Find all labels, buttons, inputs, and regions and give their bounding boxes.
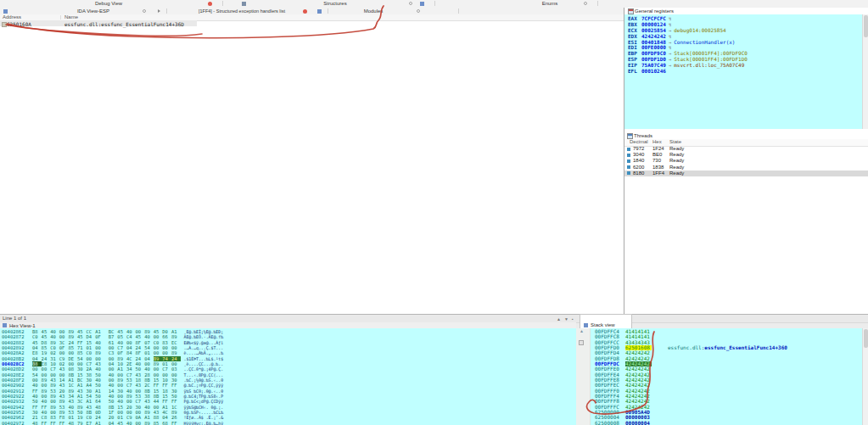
register-row[interactable]: EDX42424242↯ <box>624 33 868 39</box>
thread-decimal: 3040 <box>633 152 644 158</box>
stack-symbol-name: essfunc_EssentialFunc14+360 <box>704 345 787 350</box>
register-row[interactable]: ESI00401848→ConnectionHandler(x) <box>624 39 868 45</box>
register-row[interactable]: EAX7CFCFCFC↯ <box>624 15 868 21</box>
stack-marker-box <box>579 340 584 345</box>
column-name[interactable]: Name <box>64 14 78 20</box>
chevron-right-icon[interactable] <box>158 9 160 13</box>
hex-byte: 89 <box>144 421 154 425</box>
tab-separator <box>458 8 459 14</box>
stack-view-panel: 00FDFFC44141414100FDFFC84141414100FDFFCC… <box>591 328 868 425</box>
hex-byte: 79 <box>77 421 87 425</box>
register-row[interactable]: EIP75A07C49→msvcrt.dll:loc_75A07C49 <box>624 62 868 68</box>
threads-panel: Threads Decimal Hex State 79721F24Ready3… <box>624 132 868 314</box>
general-registers-panel: EAX7CFCFCFC↯EBX00000124↯ECX00025854→debu… <box>624 14 868 129</box>
scrollbar-thumb[interactable] <box>864 329 868 348</box>
close-icon[interactable] <box>208 2 212 6</box>
register-value: 7CFCFCFC <box>641 15 666 21</box>
hex-byte: A1 <box>95 421 104 425</box>
registers-scrollbar[interactable] <box>862 14 868 129</box>
register-pointer-icon: → <box>669 28 671 33</box>
register-pointer-icon: ↯ <box>669 34 671 39</box>
register-value: 00010246 <box>641 68 666 74</box>
tab-enums[interactable]: Enums <box>524 1 575 6</box>
hex-row[interactable]: 0040297248FFFFFF4879E7A104454000898568FF… <box>0 421 576 425</box>
scroll-down-icon[interactable]: ▼ <box>564 316 568 322</box>
register-target: msvcrt.dll:loc_75A07C49 <box>674 62 744 68</box>
hex-byte: E7 <box>87 421 96 425</box>
close-icon[interactable] <box>303 9 307 14</box>
thread-hex: 1838 <box>652 165 664 171</box>
threads-rows: 79721F24Ready3040BE0Ready1840730Ready620… <box>624 146 868 176</box>
thread-state: Ready <box>669 146 684 152</box>
register-row[interactable]: EFL00010246 <box>624 68 868 74</box>
thread-icon <box>627 171 630 175</box>
thread-decimal: 7972 <box>633 146 644 152</box>
stack-rows: 00FDFFC44141414100FDFFC84141414100FDFFCC… <box>591 329 868 425</box>
hex-byte: 48 <box>32 421 42 425</box>
thread-row[interactable]: 1840730Ready <box>624 158 868 164</box>
tab-window-icon <box>242 2 246 6</box>
tab-stack-view[interactable]: Stack view <box>580 314 632 328</box>
hex-byte: 40 <box>126 421 136 425</box>
float-window-icon[interactable] <box>417 9 420 13</box>
thread-icon <box>627 159 630 163</box>
hex-view-panel: 00402862B84540008945CCA1BC4540008945D0A1… <box>0 328 576 425</box>
threads-panel-title: Threads <box>634 133 652 138</box>
thread-icon <box>627 154 630 157</box>
menu-icon[interactable]: ▪ <box>572 316 574 322</box>
chooser-row-address: 6250160A <box>7 21 31 27</box>
column-separator[interactable] <box>60 15 61 20</box>
register-row[interactable]: ECX00025854→debug014:00025854 <box>624 27 868 33</box>
register-row[interactable]: EDI00FE0000↯ <box>624 44 868 50</box>
window-icon <box>317 9 322 14</box>
hex-address: 00402972 <box>2 421 32 425</box>
thread-decimal: 6200 <box>633 165 644 171</box>
column-state[interactable]: State <box>669 139 681 144</box>
stack-scrollbar[interactable] <box>862 328 868 425</box>
float-window-icon[interactable] <box>584 2 587 5</box>
stack-view-icon <box>584 323 588 327</box>
column-address[interactable]: Address <box>3 14 21 20</box>
ida-view-icon <box>3 9 8 14</box>
thread-row[interactable]: 3040BE0Ready <box>624 152 868 158</box>
hex-view-icon <box>3 323 7 327</box>
thread-hex: 1FF4 <box>652 171 664 176</box>
register-list: EAX7CFCFCFC↯EBX00000124↯ECX00025854→debu… <box>624 15 868 74</box>
tab-modules[interactable]: Modules <box>348 8 399 14</box>
thread-state: Ready <box>669 152 684 158</box>
register-target: debug014:00025854 <box>674 27 725 33</box>
thread-row[interactable]: 81801FF4Ready <box>624 171 868 176</box>
column-decimal[interactable]: Decimal <box>630 139 648 144</box>
ida-view-esp-panel: Address Name 6250160A essfunc.dll:essfun… <box>0 14 624 314</box>
scrollbar-thumb[interactable] <box>864 15 868 37</box>
stack-marker-arrow: ▲ <box>580 329 584 333</box>
hex-ascii: HÿÿÿHyç¡.E@.‰…hÿ <box>184 421 224 425</box>
tab-debug-view[interactable]: Debug View <box>85 1 132 6</box>
thread-icon <box>627 165 630 169</box>
register-row[interactable]: EBP00FDF9C0→Stack[00001FF4]:00FDF9C0 <box>624 50 868 56</box>
hex-byte: FF <box>59 421 69 425</box>
register-row[interactable]: ESP00FDF1D0→Stack[00001FF4]:00FDF1D0 <box>624 56 868 62</box>
stack-view-gutter: ▲ <box>576 328 591 425</box>
tab-seh-list[interactable]: [1FF4] - Structured exception handlers l… <box>174 8 310 14</box>
tab-ida-view-esp[interactable]: IDA View-ESP <box>59 8 127 14</box>
chooser-row[interactable]: 6250160A essfunc.dll:essfunc_EssentialFu… <box>0 20 197 26</box>
hex-byte: 68 <box>162 421 171 425</box>
gear-icon[interactable] <box>143 9 146 13</box>
thread-icon <box>627 148 630 151</box>
tab-structures[interactable]: Structures <box>310 1 361 6</box>
scroll-up-icon[interactable]: ▲ <box>557 316 561 322</box>
register-value: 42424242 <box>641 33 666 39</box>
hex-byte: 85 <box>154 421 163 425</box>
stack-row[interactable]: 6250000800000004 <box>591 421 868 425</box>
hex-rows: 00402862B84540008945CCA1BC4540008945D0A1… <box>0 329 576 425</box>
register-pointer-icon: → <box>669 63 671 68</box>
thread-row[interactable]: 79721F24Ready <box>624 146 868 152</box>
thread-row[interactable]: 62001838Ready <box>624 165 868 171</box>
register-row[interactable]: EBX00000124↯ <box>624 21 868 27</box>
tab-separator <box>597 1 598 6</box>
thread-hex: 1F24 <box>652 146 664 152</box>
registers-panel-title: General registers <box>635 8 674 14</box>
float-window-icon[interactable] <box>409 2 412 5</box>
column-hex[interactable]: Hex <box>652 139 662 144</box>
